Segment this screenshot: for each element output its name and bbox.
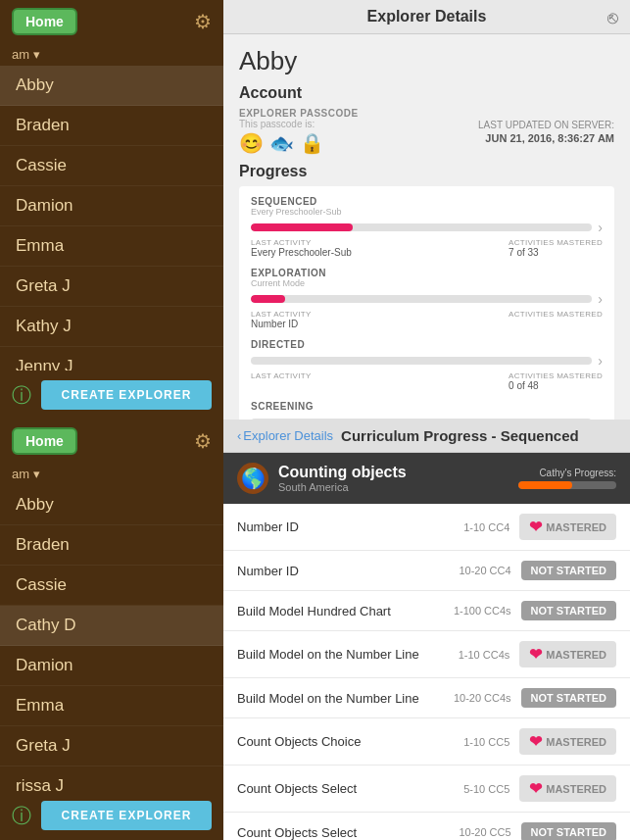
passcode-icons: 😊 🐟 🔒 <box>239 131 359 155</box>
sidebar-item-jennyj[interactable]: Jenny J <box>0 347 223 371</box>
top-sidebar-header: Home ⚙ <box>0 0 223 43</box>
back-to-explorer-button[interactable]: ‹ Explorer Details <box>237 428 333 443</box>
progress-chevron-exploration[interactable]: › <box>598 291 603 307</box>
bottom-sidebar-item-rissaj[interactable]: rissa J <box>0 766 223 791</box>
bottom-gear-icon[interactable]: ⚙ <box>194 429 212 453</box>
share-icon[interactable]: ⎋ <box>607 8 618 28</box>
progress-bar-sequenced: › <box>251 220 603 235</box>
row-code-number-id-1: 1-10 CC4 <box>451 521 509 533</box>
curriculum-row-build-model-hundred[interactable]: Build Model Hundred Chart 1-100 CC4s NOT… <box>223 591 630 631</box>
curriculum-row-number-id-2[interactable]: Number ID 10-20 CC4 NOT STARTED <box>223 551 630 591</box>
progress-row-screening: SCREENING › LAST ACTIVITY <box>251 401 603 420</box>
sidebar-item-abby[interactable]: Abby <box>0 66 223 106</box>
status-badge-number-id-1: ❤ MASTERED <box>519 514 616 540</box>
curriculum-row-build-model-line-1[interactable]: Build Model on the Number Line 1-10 CC4s… <box>223 631 630 678</box>
bottom-info-icon[interactable]: ⓘ <box>12 803 31 829</box>
last-updated: LAST UPDATED ON SERVER: Jun 21, 2016, 8:… <box>478 120 614 144</box>
bottom-sidebar-item-emma[interactable]: Emma <box>0 686 223 726</box>
progress-section-label: Progress <box>239 163 614 180</box>
progress-type-screening: SCREENING <box>251 401 603 412</box>
row-code-count-objects-choice: 1-10 CC5 <box>451 736 509 748</box>
status-badge-number-id-2: NOT STARTED <box>521 561 616 580</box>
top-am-row[interactable]: am ▾ <box>0 43 223 66</box>
curriculum-row-number-id-1[interactable]: Number ID 1-10 CC4 ❤ MASTERED <box>223 504 630 551</box>
counting-objects-group-left: 🌎 Counting objects South America <box>237 463 407 494</box>
progress-type-directed: DIRECTED <box>251 339 603 350</box>
bottom-sidebar: Home ⚙ am ▾ Abby Braden Cassie Cathy D D… <box>0 420 223 840</box>
top-info-icon[interactable]: ⓘ <box>12 382 31 409</box>
row-code-count-objects-select-1: 5-10 CC5 <box>451 783 509 795</box>
bottom-am-row[interactable]: am ▾ <box>0 463 223 485</box>
top-main-panel: Explorer Details ⎋ Abby Account EXPLORER… <box>223 0 630 420</box>
top-home-button[interactable]: Home <box>12 8 77 35</box>
sidebar-item-cassie[interactable]: Cassie <box>0 146 223 186</box>
bottom-half: Home ⚙ am ▾ Abby Braden Cassie Cathy D D… <box>0 420 630 840</box>
last-updated-label: LAST UPDATED ON SERVER: <box>478 120 614 130</box>
top-sidebar: Home ⚙ am ▾ Abby Braden Cassie Damion Em… <box>0 0 223 420</box>
bottom-sidebar-item-gretaj[interactable]: Greta J <box>0 726 223 766</box>
progress-row-sequenced: SEQUENCED Every Preschooler-Sub › LAS <box>251 196 603 258</box>
sidebar-item-damion[interactable]: Damion <box>0 186 223 226</box>
progress-sub-sequenced: Every Preschooler-Sub <box>251 207 603 217</box>
progress-bar-bg-exploration <box>251 295 592 303</box>
status-badge-count-objects-choice: ❤ MASTERED <box>519 728 616 755</box>
counting-objects-progress-indicator: Cathy's Progress: <box>518 468 616 489</box>
progress-meta-directed: LAST ACTIVITY ACTIVITIES MASTERED 0 of 4… <box>251 371 603 391</box>
counting-objects-flag: 🌎 <box>237 463 268 494</box>
sidebar-item-braden[interactable]: Braden <box>0 106 223 146</box>
sidebar-item-emma[interactable]: Emma <box>0 226 223 267</box>
explorer-name: Abby <box>239 46 614 76</box>
row-code-build-model-hundred: 1-100 CC4s <box>453 605 511 617</box>
curriculum-panel: ‹ Explorer Details Curriculum Progress -… <box>223 420 630 840</box>
top-gear-icon[interactable]: ⚙ <box>194 10 212 33</box>
row-code-build-model-line-1: 1-10 CC4s <box>451 649 509 661</box>
mastered-icon-3: ❤ <box>529 732 542 751</box>
mastered-icon-2: ❤ <box>529 645 542 664</box>
group-counting-objects: 🌎 Counting objects South America Cathy's… <box>223 453 630 840</box>
row-name-number-id-2: Number ID <box>237 564 443 578</box>
passcode-icon-smile: 😊 <box>239 131 264 155</box>
last-activity-directed: LAST ACTIVITY <box>251 371 312 391</box>
counting-objects-sub: South America <box>278 481 407 493</box>
app-container: Home ⚙ am ▾ Abby Braden Cassie Damion Em… <box>0 0 630 840</box>
bottom-am-label: am <box>12 467 29 481</box>
status-badge-build-model-line-1: ❤ MASTERED <box>519 641 616 667</box>
curriculum-row-count-objects-select-2[interactable]: Count Objects Select 10-20 CC5 NOT START… <box>223 813 630 840</box>
progress-chevron-directed[interactable]: › <box>598 353 603 369</box>
passcode-section: EXPLORER PASSCODE This passcode is: 😊 🐟 … <box>239 108 359 155</box>
back-chevron-icon: ‹ <box>237 428 241 443</box>
progress-row-directed: DIRECTED › LAST ACTIVITY <box>251 339 603 391</box>
passcode-label: EXPLORER PASSCODE <box>239 108 359 119</box>
curriculum-row-build-model-line-2[interactable]: Build Model on the Number Line 10-20 CC4… <box>223 678 630 718</box>
account-section-label: Account <box>239 84 614 102</box>
bottom-sidebar-item-cassie[interactable]: Cassie <box>0 566 223 606</box>
counting-objects-progress-label: Cathy's Progress: <box>539 468 616 478</box>
bottom-create-explorer-button[interactable]: CREATE EXPLORER <box>41 801 212 830</box>
bottom-sidebar-item-cathyd[interactable]: Cathy D <box>0 606 223 646</box>
progress-chevron-sequenced[interactable]: › <box>598 220 603 235</box>
curriculum-row-count-objects-select-1[interactable]: Count Objects Select 5-10 CC5 ❤ MASTERED <box>223 766 630 813</box>
sidebar-item-gretaj[interactable]: Greta J <box>0 267 223 307</box>
bottom-home-button[interactable]: Home <box>12 427 77 455</box>
bottom-sidebar-header: Home ⚙ <box>0 420 223 463</box>
bottom-sidebar-item-damion[interactable]: Damion <box>0 646 223 686</box>
progress-bar-directed: › <box>251 353 603 369</box>
last-activity-sequenced: LAST ACTIVITY Every Preschooler-Sub <box>251 238 352 258</box>
bottom-sidebar-item-braden[interactable]: Braden <box>0 525 223 566</box>
bottom-sidebar-footer: ⓘ CREATE EXPLORER <box>0 791 223 840</box>
row-name-count-objects-select-2: Count Objects Select <box>237 825 443 840</box>
curriculum-row-count-objects-choice[interactable]: Count Objects Choice 1-10 CC5 ❤ MASTERED <box>223 718 630 766</box>
counting-objects-progress-bar-bg <box>518 481 616 489</box>
counting-objects-name: Counting objects <box>278 464 407 481</box>
mastered-directed: ACTIVITIES MASTERED 0 of 48 <box>509 371 603 391</box>
progress-section: SEQUENCED Every Preschooler-Sub › LAS <box>239 186 614 420</box>
sidebar-item-kathyj[interactable]: Kathy J <box>0 307 223 347</box>
top-create-explorer-button[interactable]: CREATE EXPLORER <box>41 380 212 410</box>
mastered-icon-1: ❤ <box>529 518 542 536</box>
progress-meta-sequenced: LAST ACTIVITY Every Preschooler-Sub ACTI… <box>251 238 603 258</box>
top-sidebar-footer: ⓘ CREATE EXPLORER <box>0 371 223 420</box>
status-badge-count-objects-select-1: ❤ MASTERED <box>519 775 616 802</box>
explorer-header-title: Explorer Details <box>239 8 614 25</box>
bottom-sidebar-list: Abby Braden Cassie Cathy D Damion Emma G… <box>0 485 223 791</box>
bottom-sidebar-item-abby[interactable]: Abby <box>0 485 223 525</box>
